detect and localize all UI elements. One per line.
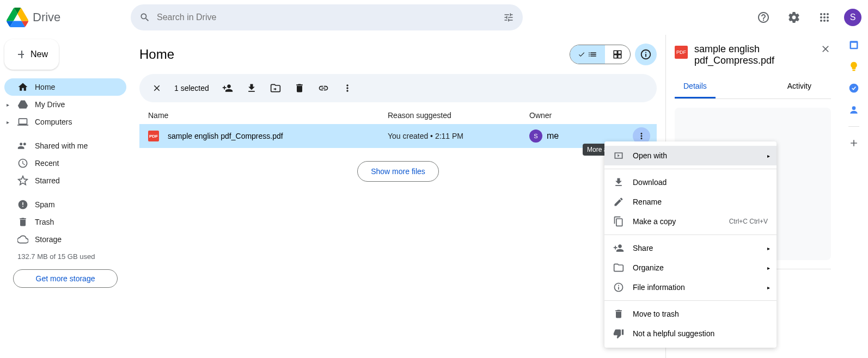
sidebar-item-label: Spam (35, 200, 55, 209)
menu-rename[interactable]: Rename (604, 192, 777, 212)
menu-divider (604, 169, 777, 169)
menu-share[interactable]: Share ▸ (604, 238, 777, 258)
new-button-label: New (30, 50, 48, 59)
list-view-button[interactable] (570, 45, 605, 64)
menu-make-copy[interactable]: Make a copy Ctrl+C Ctrl+V (604, 212, 777, 231)
sidebar-item-home[interactable]: Home (4, 78, 126, 96)
svg-rect-1 (851, 43, 857, 48)
search-bar[interactable] (131, 4, 523, 30)
sidebar-item-spam[interactable]: Spam (4, 196, 126, 213)
apps-button[interactable] (814, 7, 835, 28)
grid-view-button[interactable] (605, 45, 630, 64)
expand-icon[interactable]: ▸ (7, 102, 9, 108)
star-icon (17, 175, 28, 186)
download-icon (613, 177, 624, 188)
divider (848, 126, 859, 127)
main-panel: Home (131, 35, 665, 358)
show-more-button[interactable]: Show more files (357, 161, 439, 182)
computer-icon (17, 116, 28, 127)
sidebar-item-my-drive[interactable]: ▸ My Drive (4, 96, 126, 113)
close-details-button[interactable] (820, 44, 831, 54)
table-row[interactable]: PDF sample english pdf_Compress.pdf You … (139, 124, 657, 148)
spam-icon (17, 199, 28, 210)
sidebar-item-label: My Drive (35, 100, 65, 109)
share-button[interactable] (218, 78, 237, 98)
download-button[interactable] (242, 78, 261, 98)
close-icon (152, 83, 162, 93)
edit-icon (613, 196, 624, 207)
menu-divider (604, 300, 777, 301)
home-icon (17, 82, 28, 92)
menu-open-with[interactable]: Open with ▸ (604, 146, 777, 165)
menu-item-label: File information (633, 283, 685, 292)
context-menu: Open with ▸ Download Rename Make a copy … (604, 141, 777, 348)
more-button[interactable] (338, 78, 357, 98)
account-avatar[interactable]: S (844, 9, 861, 26)
chevron-right-icon: ▸ (767, 245, 770, 251)
close-icon (820, 44, 831, 54)
menu-item-label: Rename (633, 197, 662, 206)
settings-button[interactable] (783, 7, 805, 28)
sidebar-item-label: Storage (35, 235, 62, 244)
tab-activity[interactable]: Activity (779, 75, 820, 98)
menu-download[interactable]: Download (604, 172, 777, 192)
menu-organize[interactable]: Organize ▸ (604, 258, 777, 277)
support-button[interactable] (753, 7, 774, 28)
trash-icon (613, 308, 624, 319)
people-icon (17, 140, 28, 151)
view-toggle (570, 45, 631, 64)
storage-usage-text: 132.7 MB of 15 GB used (4, 248, 126, 265)
search-options-icon[interactable] (503, 12, 514, 23)
table-header: Name Reason suggested Owner (139, 107, 657, 124)
sidebar-item-trash[interactable]: Trash (4, 213, 126, 231)
column-name[interactable]: Name (148, 111, 388, 120)
sidebar-item-recent[interactable]: Recent (4, 155, 126, 172)
pdf-icon: PDF (675, 46, 688, 59)
tab-details[interactable]: Details (675, 75, 716, 98)
contacts-app-icon[interactable] (848, 104, 859, 115)
keep-app-icon[interactable] (848, 61, 859, 72)
cloud-icon (17, 234, 28, 245)
sidebar-item-storage[interactable]: Storage (4, 231, 126, 248)
add-app-icon[interactable] (848, 138, 859, 149)
calendar-app-icon[interactable] (848, 39, 859, 50)
info-button[interactable] (635, 44, 657, 65)
copy-icon (613, 216, 624, 227)
menu-divider (604, 234, 777, 235)
column-reason[interactable]: Reason suggested (388, 111, 529, 120)
menu-item-label: Move to trash (633, 310, 679, 318)
column-owner[interactable]: Owner (529, 111, 648, 120)
search-icon (139, 12, 150, 23)
sidebar-item-label: Starred (35, 176, 60, 185)
new-button[interactable]: New (4, 39, 59, 70)
sidebar-item-label: Computers (35, 118, 72, 126)
grid-icon (613, 50, 622, 59)
menu-move-trash[interactable]: Move to trash (604, 304, 777, 324)
get-storage-button[interactable]: Get more storage (13, 269, 118, 288)
drive-logo[interactable]: Drive (7, 7, 126, 28)
link-button[interactable] (314, 78, 333, 98)
tasks-app-icon[interactable] (848, 83, 859, 94)
open-with-icon (613, 150, 624, 161)
expand-icon[interactable]: ▸ (7, 119, 9, 125)
sidebar-item-computers[interactable]: ▸ Computers (4, 113, 126, 131)
app-name: Drive (33, 10, 60, 24)
svg-rect-2 (853, 70, 855, 71)
move-button[interactable] (266, 78, 285, 98)
menu-item-label: Download (633, 178, 667, 187)
search-input[interactable] (157, 13, 497, 22)
delete-button[interactable] (290, 78, 309, 98)
person-add-icon (222, 83, 233, 94)
details-title: sample english pdf_Compress.pdf (694, 44, 814, 66)
drive-logo-icon (7, 7, 28, 28)
download-icon (246, 83, 257, 94)
chevron-right-icon: ▸ (767, 153, 770, 159)
menu-item-label: Share (633, 244, 653, 252)
sidebar-item-starred[interactable]: Starred (4, 172, 126, 189)
info-icon (613, 282, 624, 293)
sidebar-item-shared[interactable]: Shared with me (4, 137, 126, 155)
clear-selection-button[interactable] (148, 79, 166, 97)
menu-file-info[interactable]: File information ▸ (604, 277, 777, 297)
menu-not-helpful[interactable]: Not a helpful suggestion (604, 324, 777, 343)
sidebar-item-label: Shared with me (35, 141, 88, 150)
